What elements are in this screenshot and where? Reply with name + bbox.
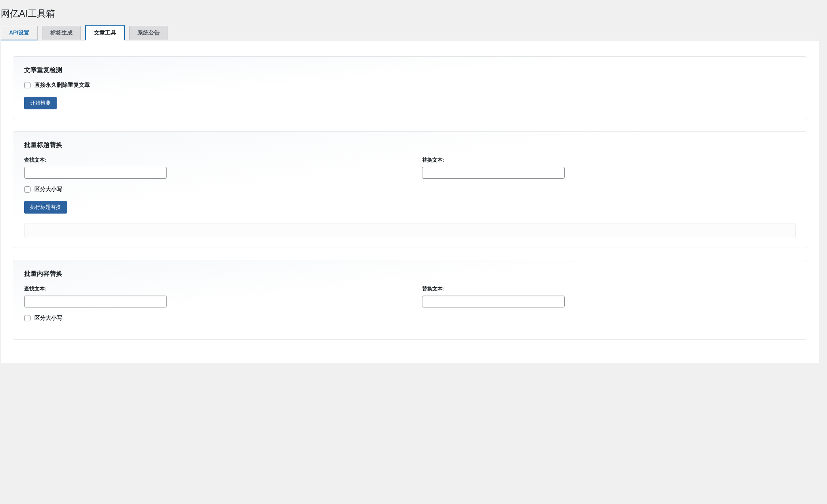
- title-replace-label: 替换文本:: [422, 157, 796, 164]
- tab-bar: API设置 标签生成 文章工具 系统公告: [1, 21, 819, 40]
- content-replace-input[interactable]: [422, 296, 565, 307]
- title-case-label[interactable]: 区分大小写: [34, 186, 62, 193]
- content-find-label: 查找文本:: [24, 285, 398, 292]
- dup-detect-title: 文章重复检测: [24, 66, 796, 74]
- start-detect-button[interactable]: 开始检测: [24, 97, 57, 109]
- tab-article-tools[interactable]: 文章工具: [85, 25, 125, 40]
- content-case-checkbox[interactable]: [24, 315, 31, 321]
- page-title: 网亿AI工具箱: [1, 4, 819, 21]
- duplicate-detection-card: 文章重复检测 直接永久删除重复文章 开始检测: [13, 56, 807, 119]
- title-replace-result: [24, 223, 796, 238]
- dup-delete-label[interactable]: 直接永久删除重复文章: [34, 82, 90, 89]
- content-case-label[interactable]: 区分大小写: [34, 315, 62, 322]
- title-replace-heading: 批量标题替换: [24, 141, 796, 149]
- dup-delete-checkbox[interactable]: [24, 82, 31, 88]
- tab-tag-gen[interactable]: 标签生成: [42, 26, 81, 40]
- execute-title-replace-button[interactable]: 执行标题替换: [24, 201, 67, 214]
- content-find-input[interactable]: [24, 296, 167, 307]
- tab-api-settings[interactable]: API设置: [1, 26, 38, 40]
- tab-content: 文章重复检测 直接永久删除重复文章 开始检测 批量标题替换 查找文本: 替换文本…: [1, 40, 819, 363]
- tab-system-notice[interactable]: 系统公告: [129, 26, 168, 40]
- content-replace-label: 替换文本:: [422, 285, 796, 292]
- title-replace-input[interactable]: [422, 167, 565, 179]
- content-replace-heading: 批量内容替换: [24, 270, 796, 278]
- title-find-input[interactable]: [24, 167, 167, 179]
- title-case-checkbox[interactable]: [24, 186, 31, 193]
- title-replace-card: 批量标题替换 查找文本: 替换文本: 区分大小写 执行标题替换: [13, 131, 807, 248]
- content-replace-card: 批量内容替换 查找文本: 替换文本: 区分大小写: [13, 260, 807, 340]
- title-find-label: 查找文本:: [24, 157, 398, 164]
